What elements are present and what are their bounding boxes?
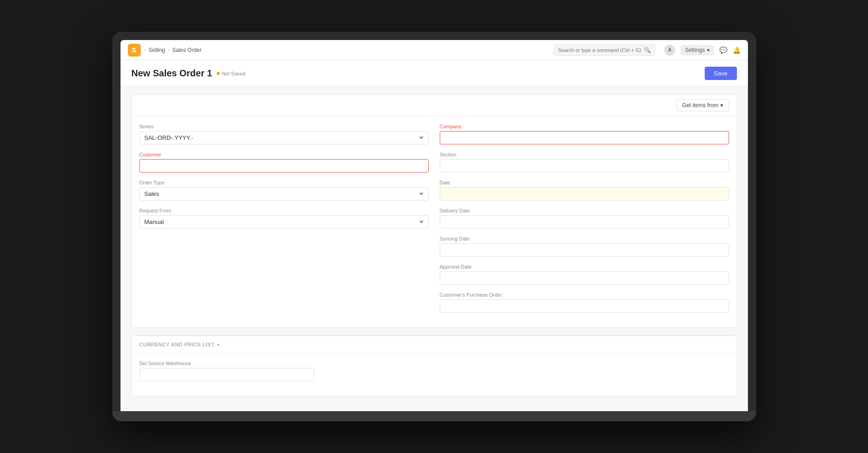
notifications-icon[interactable]: 💬: [719, 46, 727, 54]
top-nav: S › Selling › Sales Order 🔍 A Settings ▾…: [121, 40, 748, 60]
form-col-left: Series SAL-ORD-.YYYY.- Customer Order Ty…: [139, 124, 434, 320]
syncing-date-group: Syncing Date: [440, 236, 729, 257]
page-title: New Sales Order 1: [132, 68, 213, 79]
section-label: Section: [440, 152, 729, 157]
approval-date-label: Approval Date: [440, 264, 729, 270]
request-from-group: Request From Manual Customer Other: [139, 208, 429, 229]
get-items-label: Get items from: [682, 102, 719, 109]
order-type-label: Order Type: [139, 180, 429, 185]
date-group: Date 19-04-2022: [440, 180, 729, 201]
currency-section-title: CURRENCY AND PRICE LIST: [139, 342, 215, 347]
syncing-date-input[interactable]: [440, 243, 729, 257]
laptop-base: [112, 411, 756, 421]
source-warehouse-input[interactable]: [139, 368, 314, 381]
syncing-date-label: Syncing Date: [440, 236, 729, 241]
approval-date-group: Approval Date: [440, 264, 729, 285]
request-from-label: Request From: [139, 208, 429, 213]
search-input[interactable]: [558, 47, 641, 53]
customers-po-label: Customer's Purchase Order: [440, 292, 729, 298]
currency-section-header[interactable]: CURRENCY AND PRICE LIST ▾: [132, 336, 736, 353]
save-button[interactable]: Save: [705, 67, 737, 80]
currency-section-body: Set Source Warehouse: [132, 353, 736, 396]
breadcrumb-sep-2: ›: [168, 47, 169, 52]
settings-chevron-icon: ▾: [707, 47, 710, 53]
customer-label: Customer: [139, 152, 429, 157]
section-toolbar: Get items from ▾: [132, 95, 736, 116]
company-input[interactable]: [440, 131, 729, 144]
source-warehouse-group: Set Source Warehouse: [139, 361, 729, 381]
section-group: Section: [440, 152, 729, 172]
user-avatar[interactable]: A: [664, 45, 675, 56]
company-group: Company: [440, 124, 729, 144]
laptop-frame: S › Selling › Sales Order 🔍 A Settings ▾…: [112, 32, 756, 421]
currency-section-chevron-icon: ▾: [217, 342, 219, 347]
form-col-right: Company Section Date 19-04-2022 D: [434, 124, 729, 320]
form-grid: Series SAL-ORD-.YYYY.- Customer Order Ty…: [132, 116, 736, 327]
delivery-date-group: Delivery Date: [440, 208, 729, 229]
breadcrumb-sep-1: ›: [144, 47, 146, 52]
settings-button[interactable]: Settings ▾: [681, 45, 713, 55]
main-form-section: Get items from ▾ Series SAL-ORD-.YYYY.-: [132, 94, 737, 328]
nav-right: A Settings ▾ 💬 🔔: [664, 45, 740, 56]
approval-date-input[interactable]: [440, 271, 729, 285]
page-header: New Sales Order 1 Not Saved Save: [121, 60, 748, 87]
date-label: Date: [440, 180, 729, 185]
source-warehouse-label: Set Source Warehouse: [139, 361, 729, 366]
delivery-date-label: Delivery Date: [440, 208, 729, 213]
app-icon[interactable]: S: [128, 44, 141, 57]
breadcrumb-selling[interactable]: Selling: [149, 47, 165, 53]
currency-section: CURRENCY AND PRICE LIST ▾ Set Source War…: [132, 335, 737, 396]
nav-search-box[interactable]: 🔍: [554, 45, 655, 56]
settings-label: Settings: [685, 47, 705, 53]
series-select[interactable]: SAL-ORD-.YYYY.-: [139, 131, 429, 144]
get-items-button[interactable]: Get items from ▾: [676, 99, 729, 111]
customers-po-group: Customer's Purchase Order: [440, 292, 729, 313]
page-title-wrap: New Sales Order 1 Not Saved: [132, 68, 246, 79]
delivery-date-input[interactable]: [440, 215, 729, 229]
order-type-select[interactable]: Sales Maintenance Shopping Cart: [139, 187, 429, 201]
section-input[interactable]: [440, 159, 729, 172]
customers-po-input[interactable]: [440, 299, 729, 313]
breadcrumb-sales-order[interactable]: Sales Order: [172, 47, 201, 53]
request-from-select[interactable]: Manual Customer Other: [139, 215, 429, 229]
series-label: Series: [139, 124, 429, 129]
get-items-chevron-icon: ▾: [720, 102, 723, 109]
bell-icon[interactable]: 🔔: [733, 46, 741, 54]
status-text: Not Saved: [222, 71, 245, 76]
search-icon: 🔍: [644, 47, 651, 53]
customer-input[interactable]: [139, 159, 429, 172]
breadcrumb: › Selling › Sales Order: [144, 47, 202, 53]
customer-group: Customer: [139, 152, 429, 172]
laptop-screen: S › Selling › Sales Order 🔍 A Settings ▾…: [121, 40, 748, 411]
order-type-group: Order Type Sales Maintenance Shopping Ca…: [139, 180, 429, 201]
date-input[interactable]: 19-04-2022: [440, 187, 729, 201]
series-group: Series SAL-ORD-.YYYY.-: [139, 124, 429, 144]
status-badge: Not Saved: [217, 71, 245, 76]
status-dot: [217, 72, 220, 75]
company-label: Company: [440, 124, 729, 129]
main-content: Get items from ▾ Series SAL-ORD-.YYYY.-: [121, 87, 748, 411]
